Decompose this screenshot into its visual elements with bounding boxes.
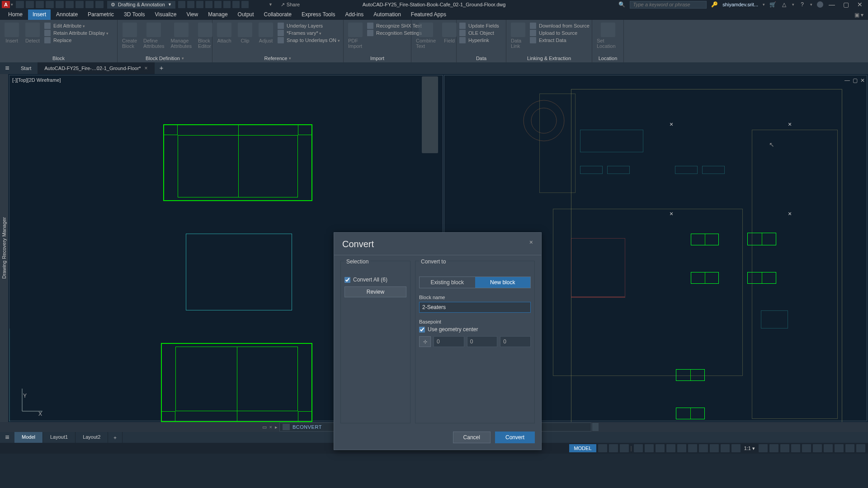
signin-icon[interactable]: 🔑 [711, 1, 718, 8]
status-annoscale-icon[interactable] [731, 444, 741, 452]
qat-new-icon[interactable] [16, 1, 24, 8]
sofa-top[interactable] [163, 124, 312, 201]
frames-vary-button[interactable]: *Frames vary* [278, 30, 340, 36]
ws-icon-1[interactable] [178, 1, 185, 8]
tab-home[interactable]: Home [4, 9, 27, 20]
status-otrack-icon[interactable] [688, 444, 697, 452]
tab-automation[interactable]: Automation [369, 9, 406, 20]
status-polar-icon[interactable] [645, 444, 654, 452]
tab-visualize[interactable]: Visualize [151, 9, 181, 20]
status-model-button[interactable]: MODEL [569, 444, 596, 452]
app-icon[interactable]: A [2, 1, 10, 8]
status-snap-icon[interactable] [609, 444, 618, 452]
ws-icon-8[interactable] [241, 1, 249, 8]
seat-pair-2a[interactable] [691, 272, 719, 284]
hyperlink-button[interactable]: Hyperlink [459, 37, 499, 43]
search-icon[interactable]: 🔍 [618, 1, 625, 8]
pdf-import-button[interactable]: PDF Import [345, 22, 365, 50]
status-grid-icon[interactable] [598, 444, 607, 452]
viewport-close-icon[interactable]: ✕ [860, 77, 865, 84]
tab-addins[interactable]: Add-ins [340, 9, 368, 20]
qat-open-icon[interactable] [26, 1, 34, 8]
help-icon[interactable]: ? [799, 1, 806, 8]
seat-pair-2b[interactable] [747, 272, 776, 284]
ws-icon-4[interactable] [205, 1, 212, 8]
status-lwt-icon[interactable] [699, 444, 708, 452]
seat-pair-3[interactable] [676, 369, 705, 381]
notif-icon[interactable] [817, 1, 823, 8]
status-cycle-icon[interactable] [721, 444, 730, 452]
new-tab-button[interactable]: ＋ [155, 62, 168, 74]
status-3dosnap-icon[interactable] [677, 444, 686, 452]
user-label[interactable]: shiyamdev.srit... [722, 2, 758, 7]
dialog-close-icon[interactable]: × [529, 239, 533, 246]
status-gear-icon[interactable] [759, 444, 768, 452]
status-isolate-icon[interactable] [824, 444, 833, 452]
close-icon[interactable]: ✕ [857, 1, 863, 8]
viewcube[interactable] [422, 76, 438, 153]
data-link-button[interactable]: Data Link [508, 22, 528, 50]
viewport-label[interactable]: [-][Top][2D Wireframe] [12, 77, 61, 83]
minimize-icon[interactable]: — [829, 1, 835, 8]
layout-tab-layout2[interactable]: Layout2 [75, 432, 108, 443]
tab-insert[interactable]: Insert [28, 9, 51, 20]
status-infer-icon[interactable] [620, 444, 629, 452]
ws-icon-5[interactable] [214, 1, 222, 8]
attach-button[interactable]: Attach [214, 22, 234, 44]
coord-z[interactable]: 0 [500, 336, 531, 347]
status-units-icon[interactable] [791, 444, 800, 452]
use-geometry-center-checkbox[interactable]: Use geometry center [419, 326, 531, 333]
underlay-layers-button[interactable]: Underlay Layers [278, 23, 340, 29]
file-tab-doc[interactable]: AutoCAD-FY25_Fire-…02-1_Ground-Floor* × [38, 62, 154, 74]
files-menu-icon[interactable]: ≡ [0, 62, 14, 74]
extract-data-button[interactable]: Extract Data [530, 37, 590, 43]
tab-view[interactable]: View [182, 9, 203, 20]
adjust-button[interactable]: Adjust [256, 22, 276, 44]
tab-output[interactable]: Output [233, 9, 259, 20]
define-attributes-button[interactable]: Define Attributes [141, 22, 167, 50]
status-transp-icon[interactable] [710, 444, 719, 452]
retain-attr-display-button[interactable]: Retain Attribute Display [44, 30, 108, 36]
field-button[interactable]: Field [439, 22, 459, 44]
block-name-input[interactable] [419, 302, 531, 313]
update-fields-button[interactable]: Update Fields [459, 23, 499, 29]
sofa-bottom[interactable] [161, 343, 312, 422]
status-clean-icon[interactable] [845, 444, 854, 452]
search-input[interactable] [630, 1, 707, 9]
cmd-history-icon[interactable]: ▭ [262, 424, 267, 430]
ws-icon-6[interactable] [223, 1, 231, 8]
insert-block-button[interactable]: Insert [2, 22, 22, 44]
status-monitor-icon[interactable] [780, 444, 789, 452]
snap-underlays-button[interactable]: Snap to Underlays ON [278, 37, 340, 43]
status-lock-icon[interactable] [813, 444, 822, 452]
review-button[interactable]: Review [344, 286, 406, 297]
status-qprop-icon[interactable] [802, 444, 811, 452]
edit-attribute-button[interactable]: Edit Attribute [44, 23, 108, 29]
existing-block-tab[interactable]: Existing block [420, 277, 475, 288]
tab-manage[interactable]: Manage [203, 9, 232, 20]
cmd-close-icon[interactable]: × [269, 424, 272, 430]
combine-text-button[interactable]: Combine Text [413, 22, 439, 50]
status-ws-icon[interactable] [769, 444, 778, 452]
pick-point-button[interactable]: ⊹ [419, 336, 431, 347]
seat-pair-1a[interactable] [691, 234, 719, 245]
qat-plot-icon[interactable] [75, 1, 84, 8]
set-location-button[interactable]: Set Location [594, 22, 622, 50]
block-editor-button[interactable]: Block Editor [195, 22, 215, 50]
viewport-minimize-icon[interactable]: — [844, 77, 850, 84]
tab-annotate[interactable]: Annotate [52, 9, 82, 20]
status-custom-icon[interactable] [856, 444, 865, 452]
create-block-button[interactable]: Create Block [119, 22, 140, 50]
tab-collaborate[interactable]: Collaborate [259, 9, 296, 20]
tab-3dtools[interactable]: 3D Tools [119, 9, 149, 20]
status-scale[interactable]: 1:1 ▾ [742, 446, 757, 451]
manage-attributes-button[interactable]: Manage Attributes [168, 22, 194, 50]
qat-saveweb-icon[interactable] [66, 1, 74, 8]
drawing-recovery-panel[interactable]: Drawing Recovery Manager [0, 74, 8, 422]
layout-tab-layout1[interactable]: Layout1 [43, 432, 75, 443]
coord-x[interactable]: 0 [434, 336, 464, 347]
qat-redo-icon[interactable] [95, 1, 104, 8]
clip-button[interactable]: Clip [235, 22, 255, 44]
ole-object-button[interactable]: OLE Object [459, 30, 499, 36]
detect-button[interactable]: Detect [23, 22, 42, 44]
